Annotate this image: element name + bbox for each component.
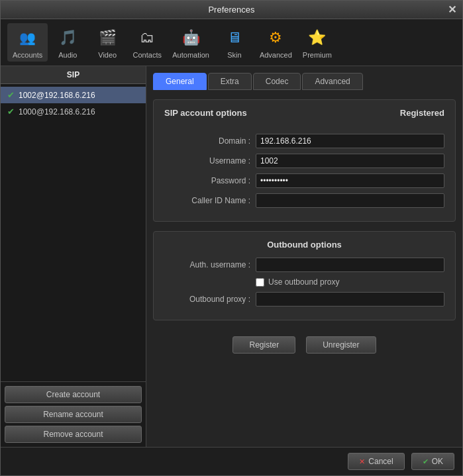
toolbar-skin-label: Skin	[227, 51, 241, 59]
toolbar-accounts-label: Accounts	[13, 51, 42, 59]
cancel-label: Cancel	[368, 457, 393, 466]
toolbar-advanced[interactable]: ⚙ Advanced	[254, 23, 297, 62]
toolbar-contacts[interactable]: 🗂 Contacts	[127, 23, 167, 62]
sidebar-account1-label: 1002@192.168.6.216	[19, 91, 95, 100]
auth-username-input[interactable]	[256, 258, 444, 272]
use-outbound-proxy-row: Use outbound proxy	[164, 277, 444, 287]
outbound-proxy-row: Outbound proxy :	[164, 292, 444, 307]
toolbar-premium-label: Premium	[303, 51, 332, 59]
toolbar-accounts[interactable]: 👥 Accounts	[7, 23, 48, 62]
sip-section-title: SIP account options	[164, 108, 247, 118]
domain-row: Domain :	[164, 134, 444, 148]
toolbar: 👥 Accounts 🎵 Audio 🎬 Video 🗂 Contacts 🤖 …	[1, 19, 462, 66]
toolbar-video[interactable]: 🎬 Video	[87, 23, 127, 62]
rename-account-button[interactable]: Rename account	[5, 406, 142, 423]
ok-label: OK	[432, 457, 443, 466]
caller-id-input[interactable]	[256, 193, 444, 208]
outbound-section: Outbound options Auth. username : Use ou…	[153, 231, 456, 320]
automation-icon: 🤖	[179, 26, 203, 50]
toolbar-skin[interactable]: 🖥 Skin	[215, 23, 254, 62]
sidebar-account2-label: 1000@192.168.6.216	[19, 107, 95, 117]
toolbar-contacts-label: Contacts	[133, 51, 162, 59]
cancel-icon: ✕	[359, 457, 365, 466]
audio-icon: 🎵	[56, 26, 79, 50]
toolbar-automation[interactable]: 🤖 Automation	[167, 23, 215, 62]
password-row: Password :	[164, 173, 444, 188]
username-label: Username :	[164, 156, 250, 166]
contacts-icon: 🗂	[135, 26, 159, 50]
sip-status: Registered	[400, 108, 444, 126]
tabs: General Extra Codec Advanced	[153, 73, 456, 90]
check-icon-2: ✔	[7, 107, 15, 117]
ok-button[interactable]: ✔ OK	[411, 453, 454, 470]
sidebar: SIP ✔ 1002@192.168.6.216 ✔ 1000@192.168.…	[1, 66, 146, 447]
auth-username-label: Auth. username :	[164, 260, 250, 269]
password-label: Password :	[164, 176, 250, 185]
toolbar-advanced-label: Advanced	[260, 51, 292, 59]
caller-id-label: Caller ID Name :	[164, 196, 250, 205]
register-button[interactable]: Register	[232, 336, 295, 354]
toolbar-audio[interactable]: 🎵 Audio	[48, 23, 87, 62]
title-bar: Preferences ✕	[1, 1, 462, 19]
window-title: Preferences	[17, 5, 446, 15]
cancel-button[interactable]: ✕ Cancel	[348, 453, 404, 470]
domain-input[interactable]	[256, 134, 444, 148]
bottom-bar: ✕ Cancel ✔ OK	[1, 447, 462, 475]
toolbar-automation-label: Automation	[172, 51, 209, 59]
check-icon-1: ✔	[7, 90, 15, 100]
create-account-button[interactable]: Create account	[5, 386, 142, 403]
sidebar-header: SIP	[1, 66, 146, 84]
skin-icon: 🖥	[223, 26, 246, 50]
main-content: SIP ✔ 1002@192.168.6.216 ✔ 1000@192.168.…	[1, 66, 462, 447]
advanced-icon: ⚙	[264, 26, 287, 50]
toolbar-audio-label: Audio	[58, 51, 77, 59]
auth-username-row: Auth. username :	[164, 258, 444, 272]
unregister-button[interactable]: Unregister	[306, 336, 376, 354]
close-button[interactable]: ✕	[446, 3, 457, 16]
caller-id-row: Caller ID Name :	[164, 193, 444, 208]
sidebar-list: ✔ 1002@192.168.6.216 ✔ 1000@192.168.6.21…	[1, 84, 146, 381]
ok-icon: ✔	[423, 457, 429, 466]
remove-account-button[interactable]: Remove account	[5, 426, 142, 443]
username-input[interactable]	[256, 154, 444, 168]
sidebar-buttons: Create account Rename account Remove acc…	[1, 381, 146, 447]
tab-extra[interactable]: Extra	[208, 73, 252, 90]
use-outbound-proxy-checkbox[interactable]	[256, 278, 264, 287]
outbound-proxy-input[interactable]	[256, 292, 444, 307]
sidebar-item-account1[interactable]: ✔ 1002@192.168.6.216	[1, 87, 146, 103]
username-row: Username :	[164, 154, 444, 168]
password-input[interactable]	[256, 173, 444, 188]
right-panel: General Extra Codec Advanced SIP account…	[146, 66, 462, 447]
preferences-window: Preferences ✕ 👥 Accounts 🎵 Audio 🎬 Video…	[0, 0, 463, 476]
video-icon: 🎬	[95, 26, 119, 50]
tab-codec[interactable]: Codec	[253, 73, 301, 90]
outbound-proxy-label: Outbound proxy :	[164, 295, 250, 304]
outbound-section-title: Outbound options	[164, 240, 444, 250]
sip-account-section: SIP account options Registered Domain : …	[153, 99, 456, 222]
sidebar-item-account2[interactable]: ✔ 1000@192.168.6.216	[1, 103, 146, 120]
accounts-icon: 👥	[16, 26, 40, 50]
tab-general[interactable]: General	[153, 73, 207, 90]
tab-advanced[interactable]: Advanced	[302, 73, 362, 90]
use-outbound-proxy-label: Use outbound proxy	[268, 277, 339, 287]
action-buttons: Register Unregister	[153, 336, 456, 354]
premium-icon: ⭐	[305, 26, 329, 50]
toolbar-premium[interactable]: ⭐ Premium	[297, 23, 337, 62]
toolbar-video-label: Video	[98, 51, 117, 59]
domain-label: Domain :	[164, 136, 250, 146]
